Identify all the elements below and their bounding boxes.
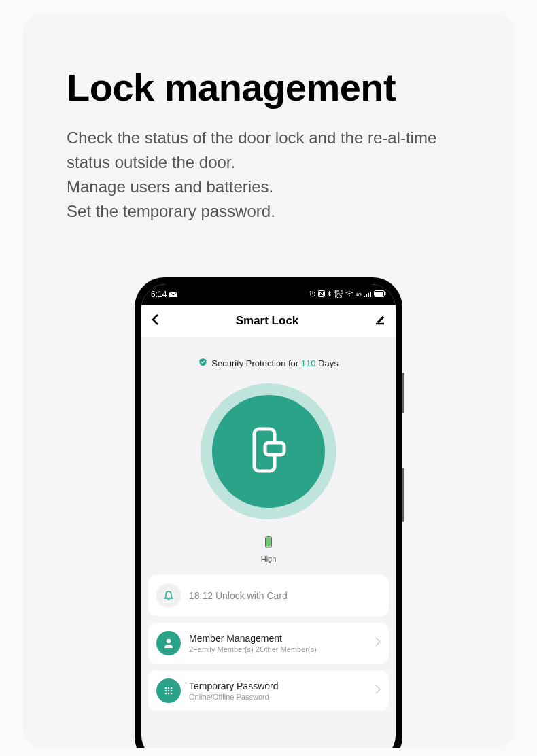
temp-title: Temporary Password: [189, 681, 367, 691]
menu-list: 18:12 Unlock with Card Member Management…: [148, 575, 389, 711]
svg-point-6: [349, 295, 350, 296]
svg-point-28: [171, 693, 173, 695]
lock-circle: [212, 395, 325, 508]
bell-icon: [156, 583, 181, 608]
svg-point-27: [168, 693, 170, 695]
svg-line-4: [315, 292, 316, 292]
temp-subtitle: Online/Offline Password: [189, 693, 367, 701]
phone-screen: 6:14 45.6: [141, 284, 396, 748]
back-button[interactable]: [151, 313, 160, 328]
lock-button[interactable]: [201, 383, 336, 519]
signal-icon: [364, 291, 372, 298]
phone-mockup: 6:14 45.6: [135, 277, 402, 748]
page-heading: Lock management: [67, 65, 514, 109]
data-rate: 45.6 K/s: [334, 290, 343, 299]
battery-status: High: [141, 536, 396, 563]
member-subtitle: 2Family Member(s) 2Other Member(s): [189, 645, 367, 653]
member-title: Member Management: [189, 633, 367, 644]
svg-point-24: [168, 690, 170, 692]
svg-rect-13: [375, 292, 383, 296]
description-line: Set the temporary password.: [67, 199, 470, 224]
phone-side-button: [402, 373, 404, 413]
svg-point-25: [171, 690, 173, 692]
alarm-icon: [309, 290, 316, 298]
svg-point-22: [171, 687, 173, 689]
phone-side-button: [402, 468, 404, 522]
svg-rect-8: [366, 294, 367, 297]
door-lock-icon: [250, 426, 287, 477]
description-line: Check the status of the door lock and th…: [67, 126, 470, 175]
app-header: Smart Lock: [141, 305, 396, 337]
status-bar: 6:14 45.6: [141, 284, 396, 305]
envelope-icon: [169, 291, 177, 298]
svg-rect-15: [265, 443, 284, 455]
protection-days: 110: [301, 358, 316, 368]
svg-point-19: [167, 639, 171, 643]
svg-rect-12: [385, 292, 386, 295]
svg-line-3: [310, 292, 311, 292]
battery-label: High: [141, 555, 396, 563]
member-management-item[interactable]: Member Management 2Family Member(s) 2Oth…: [148, 623, 389, 664]
svg-rect-7: [364, 296, 365, 297]
svg-point-23: [165, 690, 167, 692]
nfc-icon: [318, 290, 325, 298]
person-icon: [156, 631, 181, 655]
chevron-right-icon: [375, 637, 381, 649]
bluetooth-icon: [327, 290, 332, 298]
svg-point-20: [165, 687, 167, 689]
temporary-password-item[interactable]: Temporary Password Online/Offline Passwo…: [148, 670, 389, 711]
keypad-icon: [156, 678, 181, 703]
page-description: Check the status of the door lock and th…: [67, 126, 470, 224]
protection-suffix: Days: [315, 358, 338, 368]
status-time: 6:14: [151, 290, 167, 299]
shield-icon: [198, 358, 207, 368]
event-item[interactable]: 18:12 Unlock with Card: [148, 575, 389, 616]
wifi-icon: [345, 291, 353, 298]
event-text: 18:12 Unlock with Card: [189, 590, 381, 601]
protection-status: Security Protection for 110 Days: [141, 358, 396, 368]
network-label: 4G: [356, 292, 362, 297]
svg-point-21: [168, 687, 170, 689]
svg-rect-9: [368, 293, 369, 297]
svg-point-26: [165, 693, 167, 695]
protection-prefix: Security Protection for: [211, 358, 301, 368]
description-line: Manage users and batteries.: [67, 175, 470, 199]
battery-icon: [374, 290, 386, 298]
app-title: Smart Lock: [236, 314, 299, 328]
edit-button[interactable]: [374, 313, 386, 328]
feature-card: Lock management Check the status of the …: [23, 14, 514, 748]
svg-rect-10: [370, 292, 371, 297]
svg-rect-18: [266, 538, 271, 547]
battery-level-icon: [265, 538, 272, 550]
chevron-right-icon: [375, 685, 381, 697]
